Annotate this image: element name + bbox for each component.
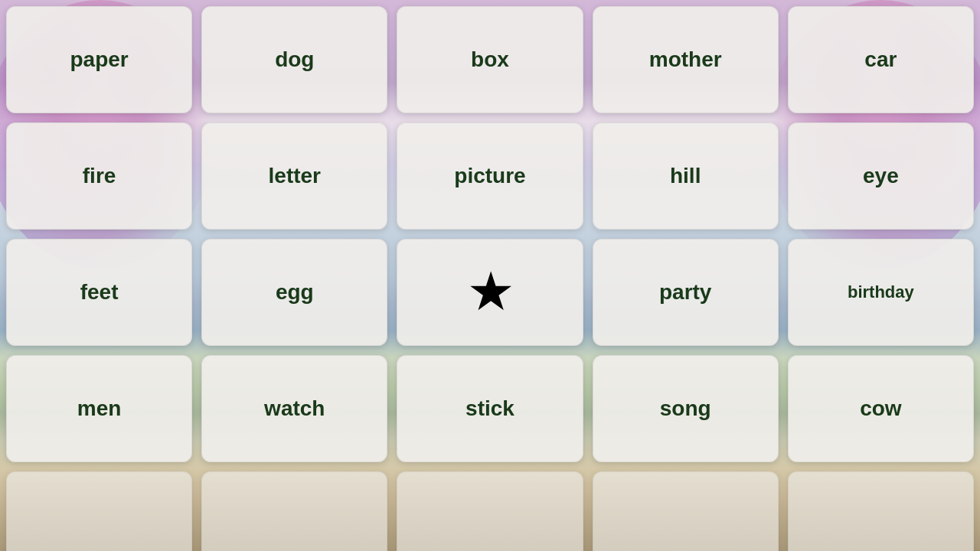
card-label: birthday — [848, 282, 914, 302]
card-hill[interactable]: hill — [593, 122, 779, 230]
card-label: feet — [80, 280, 119, 305]
card-song[interactable]: song — [593, 355, 779, 462]
card-paper[interactable]: paper — [6, 6, 192, 113]
card-label: paper — [70, 47, 128, 72]
star-icon: ★ — [469, 266, 511, 319]
card-label: hill — [670, 164, 701, 188]
card-label: song — [660, 396, 711, 421]
card-partial-2[interactable] — [201, 471, 387, 551]
card-star[interactable]: ★ — [397, 239, 583, 346]
card-egg[interactable]: egg — [201, 239, 387, 346]
card-label: car — [864, 47, 897, 72]
card-cow[interactable]: cow — [788, 355, 974, 462]
card-label: mother — [649, 47, 722, 72]
card-picture[interactable]: picture — [397, 122, 583, 230]
card-partial-1[interactable] — [6, 471, 192, 551]
card-box[interactable]: box — [397, 6, 583, 113]
card-partial-4[interactable] — [593, 471, 779, 551]
card-birthday[interactable]: birthday — [788, 239, 974, 346]
card-partial-3[interactable] — [397, 471, 583, 551]
card-label: cow — [860, 396, 901, 421]
card-feet[interactable]: feet — [6, 239, 192, 346]
word-grid: paper dog box mother car fire letter pic… — [0, 0, 980, 551]
card-watch[interactable]: watch — [201, 355, 387, 462]
card-car[interactable]: car — [788, 6, 974, 113]
card-men[interactable]: men — [6, 355, 192, 462]
card-label: party — [659, 280, 711, 305]
card-letter[interactable]: letter — [201, 122, 387, 230]
card-eye[interactable]: eye — [788, 122, 974, 230]
card-stick[interactable]: stick — [397, 355, 583, 462]
card-label: eye — [863, 164, 899, 188]
card-label: watch — [264, 396, 325, 421]
card-partial-5[interactable] — [788, 471, 974, 551]
card-label: fire — [83, 164, 116, 188]
card-mother[interactable]: mother — [593, 6, 779, 113]
card-label: egg — [276, 280, 314, 305]
card-label: box — [471, 47, 509, 72]
card-label: dog — [275, 47, 314, 72]
card-party[interactable]: party — [593, 239, 779, 346]
card-dog[interactable]: dog — [201, 6, 387, 113]
card-label: stick — [466, 396, 514, 421]
card-label: picture — [454, 164, 525, 188]
card-label: letter — [269, 164, 321, 188]
card-fire[interactable]: fire — [6, 122, 192, 230]
card-label: men — [77, 396, 122, 421]
